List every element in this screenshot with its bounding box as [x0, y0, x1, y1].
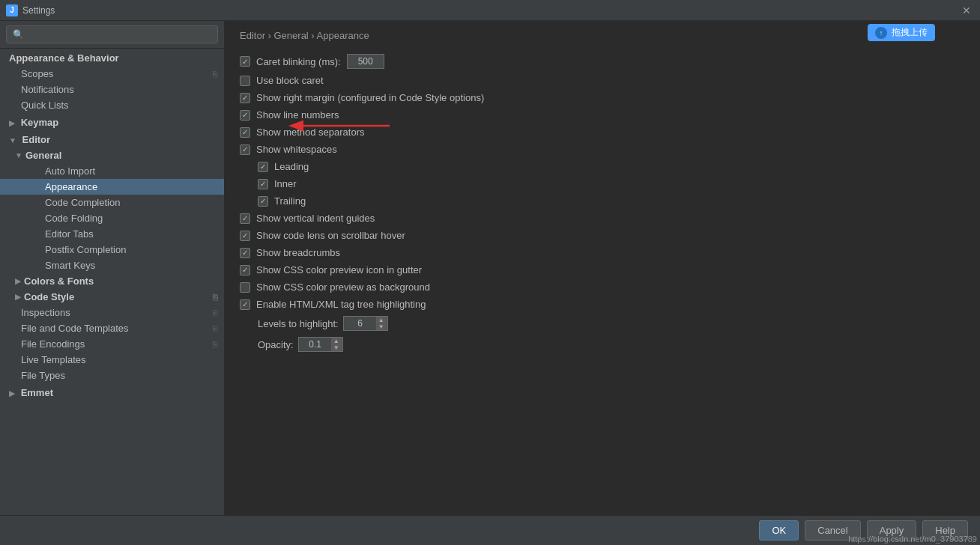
- copy-icon: ⎘: [213, 70, 218, 79]
- setting-row-show-code-lens: Show code lens on scrollbar hover: [240, 229, 965, 242]
- setting-row-levels-to-highlight: Levels to highlight: ▲ ▼: [240, 315, 965, 332]
- checkbox-show-method-separators[interactable]: [240, 127, 250, 138]
- checkbox-show-line-numbers[interactable]: [240, 110, 250, 121]
- title-bar-text: Settings: [22, 5, 55, 16]
- checkbox-show-css-preview[interactable]: [240, 265, 250, 275]
- sidebar-item-smart-keys[interactable]: Smart Keys: [0, 258, 224, 273]
- label-show-whitespaces: Show whitespaces: [256, 144, 337, 155]
- sidebar-item-code-style[interactable]: ▶ Code Style ⎘: [0, 289, 224, 305]
- checkbox-show-code-lens[interactable]: [240, 231, 250, 241]
- sidebar-item-file-and-code-templates[interactable]: File and Code Templates ⎘: [0, 320, 224, 336]
- sidebar-item-auto-import[interactable]: Auto Import: [0, 163, 224, 179]
- checkbox-caret-blinking[interactable]: [240, 56, 250, 67]
- sidebar-item-appearance[interactable]: Appearance: [0, 179, 224, 195]
- opacity-increment[interactable]: ▲: [331, 338, 342, 344]
- label-opacity: Opacity:: [258, 339, 294, 350]
- label-leading: Leading: [274, 161, 309, 172]
- caret-blinking-input[interactable]: [347, 54, 384, 69]
- upload-icon: ↑: [875, 27, 887, 39]
- checkbox-show-css-background[interactable]: [240, 282, 250, 293]
- opacity-spinner-btns: ▲ ▼: [331, 338, 342, 351]
- title-bar: J Settings ✕: [0, 0, 980, 21]
- checkbox-show-whitespaces[interactable]: [240, 144, 250, 155]
- sidebar: Appearance & Behavior Scopes ⎘ Notificat…: [0, 21, 225, 515]
- label-inner: Inner: [274, 178, 297, 189]
- file-templates-copy-icon: ⎘: [213, 324, 218, 333]
- sidebar-item-inspections[interactable]: Inspections ⎘: [0, 305, 224, 320]
- label-show-method-separators: Show method separators: [256, 127, 365, 138]
- sidebar-item-code-folding[interactable]: Code Folding: [0, 210, 224, 226]
- setting-row-show-css-background: Show CSS color preview as background: [240, 281, 965, 293]
- label-show-right-margin: Show right margin (configured in Code St…: [256, 92, 484, 103]
- checkbox-show-breadcrumbs[interactable]: [240, 248, 250, 258]
- sidebar-item-file-encodings[interactable]: File Encodings ⎘: [0, 336, 224, 352]
- search-box: [0, 21, 224, 49]
- top-badge-label: 拖拽上传: [892, 26, 928, 39]
- sidebar-item-keymap[interactable]: ▶ Keymap: [0, 113, 224, 130]
- sidebar-item-emmet[interactable]: ▶ Emmet: [0, 383, 224, 401]
- label-use-block-caret: Use block caret: [256, 75, 324, 86]
- checkbox-inner[interactable]: [258, 179, 268, 189]
- setting-row-show-method-separators: Show method separators: [240, 126, 965, 138]
- label-trailing: Trailing: [274, 195, 306, 207]
- sidebar-item-live-templates[interactable]: Live Templates: [0, 352, 224, 368]
- setting-row-show-line-numbers: Show line numbers: [240, 109, 965, 121]
- bottom-bar: OK Cancel Apply Help https://blog.csdn.n…: [0, 515, 980, 545]
- sidebar-item-postfix-completion[interactable]: Postfix Completion: [0, 242, 224, 258]
- sidebar-item-colors-fonts[interactable]: ▶ Colors & Fonts: [0, 273, 224, 289]
- setting-row-show-css-preview: Show CSS color preview icon in gutter: [240, 264, 965, 276]
- label-levels-to-highlight: Levels to highlight:: [258, 318, 339, 329]
- setting-row-show-vertical-indent: Show vertical indent guides: [240, 212, 965, 225]
- setting-row-show-breadcrumbs: Show breadcrumbs: [240, 246, 965, 259]
- sidebar-item-editor-tabs[interactable]: Editor Tabs: [0, 226, 224, 242]
- search-input[interactable]: [6, 25, 218, 43]
- checkbox-show-vertical-indent[interactable]: [240, 213, 250, 224]
- file-encodings-copy-icon: ⎘: [213, 340, 218, 349]
- general-arrow: ▼: [15, 151, 22, 159]
- close-button[interactable]: ✕: [959, 3, 974, 18]
- checkbox-trailing[interactable]: [258, 196, 268, 207]
- sidebar-item-file-types[interactable]: File Types: [0, 368, 224, 383]
- sidebar-item-scopes[interactable]: Scopes ⎘: [0, 66, 224, 82]
- checkbox-leading[interactable]: [258, 162, 268, 172]
- setting-row-show-right-margin: Show right margin (configured in Code St…: [240, 91, 965, 104]
- setting-row-inner: Inner: [240, 177, 965, 190]
- setting-row-caret-blinking: Caret blinking (ms):: [240, 53, 965, 70]
- main-layout: Appearance & Behavior Scopes ⎘ Notificat…: [0, 21, 980, 515]
- editor-arrow: ▼: [9, 136, 16, 144]
- top-badge[interactable]: ↑ 拖拽上传: [868, 24, 935, 41]
- code-style-arrow: ▶: [15, 293, 21, 301]
- watermark: https://blog.csdn.net/m0_37903789: [845, 533, 980, 545]
- levels-increment[interactable]: ▲: [376, 317, 387, 323]
- setting-row-opacity: Opacity: ▲ ▼: [240, 336, 965, 353]
- sidebar-item-notifications[interactable]: Notifications: [0, 82, 224, 97]
- label-caret-blinking: Caret blinking (ms):: [256, 56, 341, 67]
- setting-row-show-whitespaces: Show whitespaces: [240, 143, 965, 156]
- sidebar-item-code-completion[interactable]: Code Completion: [0, 195, 224, 210]
- levels-spinner: ▲ ▼: [343, 316, 388, 331]
- ok-button[interactable]: OK: [759, 520, 799, 541]
- label-show-vertical-indent: Show vertical indent guides: [256, 213, 375, 224]
- inspections-copy-icon: ⎘: [213, 308, 218, 317]
- sidebar-item-general[interactable]: ▼ General: [0, 147, 224, 163]
- sidebar-item-editor[interactable]: ▼ Editor: [0, 130, 224, 147]
- checkbox-show-right-margin[interactable]: [240, 93, 250, 103]
- setting-row-trailing: Trailing: [240, 195, 965, 207]
- code-style-copy-icon: ⎘: [213, 293, 218, 302]
- label-show-code-lens: Show code lens on scrollbar hover: [256, 230, 405, 241]
- levels-spinner-btns: ▲ ▼: [376, 317, 387, 330]
- sidebar-item-appearance-behavior[interactable]: Appearance & Behavior: [0, 49, 224, 66]
- setting-row-leading: Leading: [240, 160, 965, 173]
- label-show-breadcrumbs: Show breadcrumbs: [256, 247, 340, 258]
- checkbox-use-block-caret[interactable]: [240, 76, 250, 86]
- label-enable-html-xml: Enable HTML/XML tag tree highlighting: [256, 299, 426, 310]
- opacity-decrement[interactable]: ▼: [331, 344, 342, 351]
- label-show-css-background: Show CSS color preview as background: [256, 281, 430, 293]
- setting-row-use-block-caret: Use block caret: [240, 74, 965, 87]
- label-show-css-preview: Show CSS color preview icon in gutter: [256, 264, 422, 275]
- sidebar-item-quick-lists[interactable]: Quick Lists: [0, 97, 224, 113]
- checkbox-enable-html-xml[interactable]: [240, 299, 250, 310]
- levels-decrement[interactable]: ▼: [376, 323, 387, 330]
- keymap-arrow: ▶: [9, 119, 15, 127]
- content-area: Editor › General › Appearance Caret blin…: [225, 21, 980, 515]
